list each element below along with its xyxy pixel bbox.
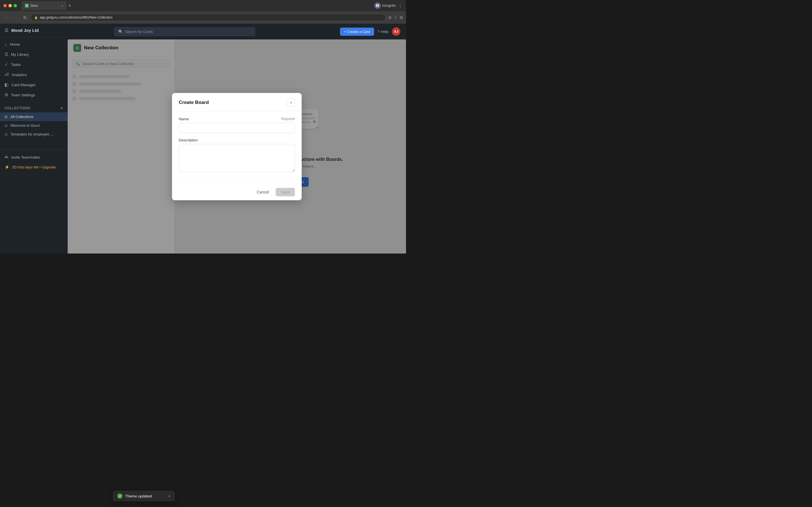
browser-chrome: G Guru × + Incognito ⋮ ‹ › ↻ 🔒 app.getgu… [0, 0, 406, 24]
invite-icon [4, 155, 8, 160]
help-icon: ? [377, 30, 379, 34]
browser-nav: ‹ › ↻ 🔒 app.getguru.com/collections/9ifz… [0, 11, 406, 24]
incognito-label: Incognito [382, 4, 396, 8]
camera-off-icon[interactable]: ⊘ [388, 15, 392, 20]
create-card-button[interactable]: + Create a Card [340, 27, 374, 36]
traffic-light-maximize[interactable] [13, 4, 17, 7]
browser-titlebar: G Guru × + Incognito ⋮ [0, 0, 406, 11]
search-placeholder-text: Search for Cards [125, 30, 153, 34]
sidebar-item-label: 3D trial days left • Upgrade [12, 165, 56, 169]
main-content: 🔍 Search for Cards + Create a Card ? Hel… [68, 24, 406, 253]
sidebar-bottom: Invite Teammates ⚡ 3D trial days left • … [0, 150, 68, 174]
description-field: Description [179, 138, 295, 173]
incognito-avatar [374, 2, 381, 9]
dialog-title: Create Board [179, 100, 209, 105]
description-label: Description [179, 138, 198, 142]
extensions-icon[interactable]: ⧉ [400, 15, 403, 20]
sidebar-nav: ⌂ Home ☰ My Library ✓ Tasks Analytics ◧ … [0, 37, 68, 102]
hamburger-icon[interactable]: ☰ [4, 27, 8, 33]
sidebar-item-home[interactable]: ⌂ Home [0, 40, 68, 49]
nav-reload-button[interactable]: ↻ [21, 14, 28, 21]
sidebar-item-label: Team Settings [11, 93, 35, 97]
description-label-row: Description [179, 138, 295, 142]
sidebar-item-templates[interactable]: ◎ Templates for employee ... [0, 130, 68, 138]
sidebar-item-card-manager[interactable]: ◧ Card Manager [0, 80, 68, 90]
dialog-body: Name Required Description [172, 111, 302, 184]
sidebar-item-analytics[interactable]: Analytics [0, 69, 68, 80]
sidebar-header: ☰ Mood Joy Ltd [0, 24, 68, 37]
help-label: Help [381, 30, 389, 34]
help-button[interactable]: ? Help [377, 30, 389, 34]
tab-favicon: G [25, 4, 29, 8]
traffic-lights [3, 4, 17, 7]
sidebar-item-label: All Collections [10, 115, 34, 119]
sidebar-item-all-collections[interactable]: ⊞ All Collections [0, 112, 68, 121]
sidebar-item-label: Welcome to Guru! [10, 123, 40, 128]
browser-actions: ⊘ ☆ ⧉ [388, 15, 403, 20]
url-bar[interactable]: 🔒 app.getguru.com/collections/9ifzi/New-… [31, 14, 386, 21]
content-area: ⊞ New Collection 🔍 Search Cards in New C… [68, 40, 406, 253]
nav-back-button[interactable]: ‹ [3, 14, 10, 21]
name-field: Name Required [179, 117, 295, 133]
sidebar-item-label: Invite Teammates [11, 155, 40, 159]
sidebar-item-label: My Library [11, 52, 29, 57]
team-settings-icon: ⚙ [4, 93, 8, 98]
dialog-overlay[interactable]: Create Board × Name Required [68, 40, 406, 253]
app-logo: Mood Joy Ltd [11, 28, 39, 33]
sidebar-item-welcome[interactable]: ◎ Welcome to Guru! [0, 121, 68, 130]
url-text: app.getguru.com/collections/9ifzi/New-Co… [40, 15, 112, 19]
welcome-icon: ◎ [4, 123, 8, 128]
dialog-close-button[interactable]: × [287, 99, 295, 107]
search-icon: 🔍 [118, 30, 123, 34]
cancel-button[interactable]: Cancel [253, 188, 272, 196]
library-icon: ☰ [4, 52, 8, 57]
save-button[interactable]: Save [276, 188, 295, 196]
sidebar-item-tasks[interactable]: ✓ Tasks [0, 59, 68, 69]
tab-title: Guru [31, 4, 38, 8]
name-required: Required [281, 117, 295, 121]
name-label: Name [179, 117, 189, 121]
new-tab-button[interactable]: + [68, 3, 71, 9]
sidebar-item-team-settings[interactable]: ⚙ Team Settings [0, 90, 68, 100]
collections-label: Collections [4, 106, 31, 110]
add-collection-button[interactable]: + [60, 106, 63, 111]
home-icon: ⌂ [4, 42, 7, 47]
sidebar-item-label: Card Manager [11, 83, 36, 87]
upgrade-icon: ⚡ [4, 165, 9, 169]
dialog-header: Create Board × [172, 93, 302, 111]
browser-tab[interactable]: G Guru × [21, 1, 66, 10]
description-textarea[interactable] [179, 144, 295, 172]
sidebar-item-my-library[interactable]: ☰ My Library [0, 49, 68, 59]
lock-icon: 🔒 [34, 16, 38, 19]
name-input[interactable] [179, 123, 295, 133]
svg-rect-1 [6, 73, 7, 76]
tab-bar: G Guru × + [21, 1, 372, 10]
traffic-light-minimize[interactable] [8, 4, 12, 7]
incognito-badge: Incognito [374, 2, 396, 9]
tab-close-button[interactable]: × [61, 4, 63, 7]
search-bar-container[interactable]: 🔍 Search for Cards [114, 27, 255, 36]
sidebar-item-upgrade[interactable]: ⚡ 3D trial days left • Upgrade [0, 162, 68, 172]
sidebar-item-invite[interactable]: Invite Teammates [0, 152, 68, 162]
bookmark-icon[interactable]: ☆ [394, 15, 398, 20]
browser-menu-button[interactable]: ⋮ [398, 3, 403, 8]
analytics-icon [4, 72, 9, 77]
create-board-dialog: Create Board × Name Required [172, 93, 302, 200]
dialog-footer: Cancel Save [172, 184, 302, 200]
sidebar: ☰ Mood Joy Ltd ⌂ Home ☰ My Library ✓ Tas… [0, 24, 68, 253]
card-manager-icon: ◧ [4, 82, 8, 87]
svg-rect-2 [8, 72, 8, 76]
traffic-light-close[interactable] [3, 4, 7, 7]
svg-rect-0 [5, 74, 6, 76]
topbar-actions: + Create a Card ? Help AJ [340, 27, 400, 36]
topbar: 🔍 Search for Cards + Create a Card ? Hel… [68, 24, 406, 40]
user-avatar[interactable]: AJ [392, 27, 400, 36]
sidebar-item-label: Home [10, 42, 20, 47]
nav-forward-button[interactable]: › [12, 14, 19, 21]
sidebar-item-label: Analytics [11, 73, 27, 77]
templates-icon: ◎ [4, 132, 8, 136]
collections-section-header: Collections + [0, 102, 68, 112]
tasks-icon: ✓ [4, 62, 8, 67]
all-collections-icon: ⊞ [4, 115, 8, 119]
name-label-row: Name Required [179, 117, 295, 121]
